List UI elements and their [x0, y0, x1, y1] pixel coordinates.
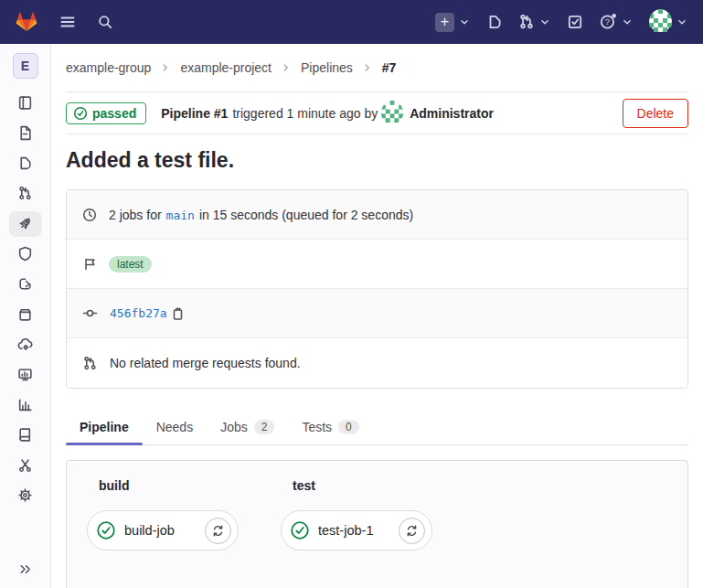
tab-tests[interactable]: Tests 0	[288, 410, 372, 444]
breadcrumb-pipelines-link[interactable]: Pipelines	[301, 60, 353, 75]
tab-label: Pipeline	[80, 420, 129, 434]
check-circle-icon	[73, 106, 88, 121]
breadcrumb-current: #7	[382, 60, 397, 75]
sidebar-item-security[interactable]	[9, 241, 42, 267]
commit-sha-link[interactable]: 456fb27a	[110, 306, 167, 320]
hamburger-menu-button[interactable]	[59, 13, 77, 31]
jobs-duration-row: 2 jobs for main in 15 seconds (queued fo…	[67, 190, 687, 240]
pipeline-info-card: 2 jobs for main in 15 seconds (queued fo…	[66, 189, 688, 389]
project-sidebar: E	[0, 44, 51, 588]
gitlab-logo[interactable]	[15, 10, 38, 34]
triggered-text: triggered 1 minute ago by	[232, 106, 378, 121]
tab-needs[interactable]: Needs	[143, 410, 207, 444]
help-menu-button[interactable]: ?	[599, 13, 634, 31]
latest-badge: latest	[109, 256, 152, 273]
branch-link[interactable]: main	[166, 208, 195, 222]
job-pill-build-job[interactable]: build-job	[87, 510, 239, 551]
scissors-icon	[17, 457, 33, 473]
tab-label: Jobs	[220, 420, 248, 434]
pipeline-status-banner: passed Pipeline #1 triggered 1 minute ag…	[66, 91, 688, 134]
user-avatar	[649, 9, 672, 36]
new-menu-button[interactable]: +	[435, 13, 471, 32]
gitlab-tanuki-icon	[15, 10, 38, 34]
sidebar-item-monitor[interactable]	[9, 362, 42, 388]
todo-check-icon	[567, 14, 583, 30]
jobs-count-text: 2 jobs for	[109, 208, 162, 222]
retry-icon	[211, 524, 225, 538]
sidebar-expand-button[interactable]	[17, 561, 33, 577]
chevron-down-icon	[538, 16, 551, 28]
sidebar-item-snippets[interactable]	[9, 453, 42, 478]
sidebar-item-issues[interactable]	[9, 151, 42, 176]
chevron-down-icon	[676, 16, 688, 28]
stage-test: test test-job-1	[281, 478, 432, 588]
check-circle-icon	[290, 520, 310, 540]
tab-pipeline[interactable]: Pipeline	[66, 410, 143, 444]
sidebar-item-infrastructure[interactable]	[9, 332, 42, 358]
svg-text:?: ?	[605, 16, 610, 27]
delete-button[interactable]: Delete	[623, 99, 688, 128]
search-button[interactable]	[97, 14, 113, 30]
sidebar-item-merge-requests[interactable]	[9, 181, 42, 207]
sidebar-item-analytics[interactable]	[9, 392, 42, 418]
tab-jobs[interactable]: Jobs 2	[207, 410, 288, 444]
gear-icon	[17, 487, 33, 503]
merge-request-icon	[17, 186, 33, 201]
latest-row: latest	[67, 240, 687, 289]
sidebar-item-project-information[interactable]	[9, 91, 42, 116]
stage-name: build	[99, 478, 239, 493]
package-icon	[17, 306, 33, 322]
main-content: example-group example-project Pipelines …	[51, 44, 703, 588]
status-badge: passed	[66, 102, 146, 124]
merge-requests-row: No related merge requests found.	[67, 338, 687, 388]
top-navbar: + ?	[0, 0, 703, 44]
job-name: test-job-1	[318, 523, 399, 538]
sidebar-item-deployments[interactable]	[9, 272, 42, 297]
chevron-right-icon	[361, 61, 374, 74]
deploy-icon	[17, 276, 33, 292]
jobs-duration-text: in 15 seconds (queued for 2 seconds)	[199, 208, 413, 222]
user-menu-button[interactable]	[649, 9, 688, 36]
tab-count-badge: 2	[254, 420, 275, 434]
retry-job-button[interactable]	[399, 518, 425, 544]
rocket-icon	[17, 216, 33, 231]
tab-label: Tests	[302, 420, 332, 434]
shield-icon	[17, 246, 33, 262]
flag-icon	[82, 257, 97, 272]
sidebar-item-repository[interactable]	[9, 121, 42, 146]
stage-name: test	[293, 478, 432, 493]
breadcrumb-group-link[interactable]: example-group	[66, 60, 151, 75]
breadcrumb: example-group example-project Pipelines …	[66, 44, 688, 91]
retry-job-button[interactable]	[205, 518, 231, 544]
hamburger-icon	[59, 13, 77, 31]
stage-build: build build-job	[87, 478, 239, 588]
triggering-user-link[interactable]: Administrator	[381, 101, 494, 125]
copy-commit-button[interactable]	[170, 306, 185, 321]
help-question-icon: ?	[599, 13, 617, 31]
commit-row: 456fb27a	[67, 289, 687, 338]
tab-label: Needs	[156, 420, 193, 434]
retry-icon	[405, 524, 419, 538]
plus-icon: +	[435, 13, 454, 32]
chart-icon	[17, 397, 33, 412]
sidebar-item-wiki[interactable]	[9, 422, 42, 448]
cloud-gear-icon	[17, 337, 33, 352]
search-icon	[97, 14, 113, 30]
chevron-down-icon	[621, 16, 634, 28]
merge-requests-button[interactable]	[518, 14, 551, 30]
issues-icon	[17, 155, 33, 171]
job-pill-test-job-1[interactable]: test-job-1	[281, 510, 432, 551]
chevron-double-right-icon	[17, 561, 33, 577]
chevron-right-icon	[280, 61, 293, 74]
pipeline-graph: build build-job test	[66, 460, 688, 588]
breadcrumb-project-link[interactable]: example-project	[180, 60, 272, 75]
sidebar-item-cicd[interactable]	[9, 211, 42, 237]
sidebar-item-packages[interactable]	[9, 302, 42, 327]
user-avatar	[381, 101, 403, 125]
user-name: Administrator	[410, 106, 494, 121]
issues-button[interactable]	[486, 14, 503, 30]
sidebar-item-settings[interactable]	[9, 483, 42, 508]
project-avatar[interactable]: E	[13, 53, 38, 79]
monitor-icon	[17, 367, 33, 382]
todos-button[interactable]	[567, 14, 583, 30]
